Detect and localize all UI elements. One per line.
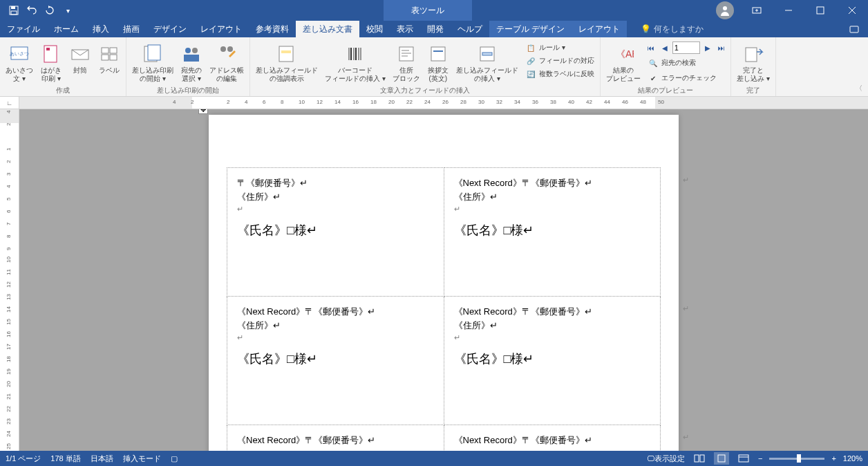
start-merge-button[interactable]: 差し込み印刷 の開始 ▾ [129, 41, 176, 84]
rules-button[interactable]: 📋ルール ▾ [522, 41, 597, 54]
finish-merge-button[interactable]: 完了と 差し込み ▾ [734, 41, 773, 84]
window-controls [716, 0, 868, 21]
svg-text:あいさつ: あいさつ [10, 51, 29, 57]
label-table: 〒《郵便番号》↵ 《住所》↵ ↵ 《氏名》□様↵ 《Next Record》〒《… [227, 167, 661, 451]
user-avatar[interactable] [716, 1, 734, 19]
svg-point-22 [192, 48, 198, 53]
zoom-out-button[interactable]: − [758, 454, 762, 463]
barcode-field-button[interactable]: バーコード フィールドの挿入 ▾ [322, 41, 388, 84]
qat-customize-button[interactable]: ▾ [59, 2, 76, 19]
horizontal-ruler[interactable]: 4224681012141618202224262830323436384042… [19, 97, 868, 109]
ribbon-group-fields: 差し込みフィールド の強調表示 バーコード フィールドの挿入 ▾ 住所 ブロック… [250, 37, 601, 96]
save-button[interactable] [6, 2, 22, 19]
tab-developer[interactable]: 開発 [420, 21, 451, 37]
first-record-button[interactable]: ⏮ [645, 41, 657, 54]
edit-recipients-button[interactable]: アドレス帳 の編集 [207, 41, 247, 84]
collapse-ribbon-button[interactable]: 〈 [856, 84, 862, 93]
zoom-in-button[interactable]: + [831, 454, 836, 463]
postcard-print-button[interactable]: はがき 印刷 ▾ [37, 41, 65, 84]
match-fields-button[interactable]: 🔗フィールドの対応 [522, 55, 597, 67]
display-settings[interactable]: 🖵表示設定 [647, 454, 685, 464]
preview-icon: 《ABC》 [612, 43, 634, 65]
quick-access-toolbar: ▾ [0, 2, 82, 19]
preview-results-button[interactable]: 《ABC》結果の プレビュー [603, 41, 643, 84]
rules-icon: 📋 [525, 42, 536, 53]
ribbon-group-finish: 完了と 差し込み ▾ 完了 [731, 37, 776, 96]
ribbon-group-preview: 《ABC》結果の プレビュー ⏮ ◀ ▶ ⏭ 🔍宛先の検索 ✔エラーのチェック … [601, 37, 731, 96]
svg-text:《ABC》: 《ABC》 [616, 48, 634, 59]
label-cell[interactable]: 《Next Record》〒《郵便番号》↵ 《住所》↵ ↵ 《氏名》□様↵ [227, 297, 444, 425]
tab-home[interactable]: ホーム [47, 21, 86, 37]
select-recipients-button[interactable]: 宛先の 選択 ▾ [178, 41, 205, 84]
insert-merge-field-button[interactable]: 差し込みフィールド の挿入 ▾ [453, 41, 521, 84]
language-indicator[interactable]: 日本語 [91, 454, 113, 464]
tab-table-layout[interactable]: レイアウト [572, 21, 627, 37]
maximize-button[interactable] [804, 0, 836, 21]
start-merge-icon [142, 43, 164, 65]
tab-design[interactable]: デザイン [147, 21, 194, 37]
web-layout-button[interactable] [736, 452, 751, 465]
label-cell[interactable]: 《Next Record》〒《郵便番号》↵ 《住所》↵ ↵ 《氏名》□様↵ [444, 168, 661, 297]
greeting-text-button[interactable]: あいさつあいさつ 文 ▾ [3, 41, 36, 84]
lightbulb-icon: 💡 [641, 24, 651, 34]
label-button[interactable]: ラベル [95, 41, 123, 76]
svg-rect-44 [695, 455, 699, 462]
minimize-button[interactable] [773, 0, 804, 21]
tell-me-search[interactable]: 💡 何をしますか [641, 24, 704, 35]
svg-rect-46 [718, 455, 725, 462]
label-cell[interactable]: 《Next Record》〒《郵便番号》↵ [227, 425, 444, 451]
label-cell[interactable]: 《Next Record》〒《郵便番号》↵ 《住所》↵ ↵ 《氏名》□様↵ [444, 297, 661, 425]
titlebar: ▾ 文書 1 - Word 表ツール [0, 0, 868, 21]
ruler-corner[interactable]: ∟ [0, 97, 19, 109]
tab-references[interactable]: 参考資料 [249, 21, 296, 37]
read-mode-button[interactable] [692, 452, 707, 465]
next-record-button[interactable]: ▶ [701, 41, 714, 54]
tab-help[interactable]: ヘルプ [451, 21, 489, 37]
table-move-handle[interactable]: ✥ [198, 109, 208, 114]
prev-record-button[interactable]: ◀ [659, 41, 671, 54]
zoom-level[interactable]: 120% [843, 454, 862, 463]
undo-button[interactable] [23, 2, 40, 19]
find-recipient-button[interactable]: 🔍宛先の検索 [645, 57, 728, 69]
envelope-button[interactable]: 封筒 [66, 41, 94, 76]
tab-view[interactable]: 表示 [390, 21, 420, 37]
group-label-finish: 完了 [734, 84, 773, 97]
greeting-line-button[interactable]: 挨拶文 (英文) [424, 41, 452, 84]
check-errors-button[interactable]: ✔エラーのチェック [645, 72, 728, 84]
record-number-input[interactable] [672, 41, 700, 54]
tab-mailings[interactable]: 差し込み文書 [296, 21, 359, 37]
insert-mode[interactable]: 挿入モード [123, 454, 161, 464]
address-block-button[interactable]: 住所 ブロック [390, 41, 423, 84]
tab-review[interactable]: 校閲 [359, 21, 390, 37]
tab-draw[interactable]: 描画 [116, 21, 147, 37]
vertical-ruler[interactable]: 4212345678910111213141516171819202122232… [0, 109, 19, 451]
share-button[interactable] [849, 24, 860, 34]
page-indicator[interactable]: 1/1 ページ [6, 454, 41, 464]
paragraph-mark: ↵ [683, 433, 689, 442]
label-cell[interactable]: 《Next Record》〒《郵便番号》↵ [444, 425, 661, 451]
tab-file[interactable]: ファイル [0, 21, 47, 37]
svg-rect-6 [817, 7, 824, 14]
search-icon: 🔍 [648, 57, 659, 68]
close-button[interactable] [836, 0, 868, 21]
word-count[interactable]: 178 単語 [50, 454, 80, 464]
update-labels-button[interactable]: 🔄複数ラベルに反映 [522, 68, 597, 80]
redo-button[interactable] [41, 2, 58, 19]
last-record-button[interactable]: ⏭ [715, 41, 728, 54]
ribbon-group-create: あいさつあいさつ 文 ▾ はがき 印刷 ▾ 封筒 ラベル 作成 [0, 37, 126, 96]
tab-table-design[interactable]: テーブル デザイン [489, 21, 572, 37]
highlight-fields-button[interactable]: 差し込みフィールド の強調表示 [253, 41, 321, 84]
document-canvas[interactable]: ✥ 〒《郵便番号》↵ 《住所》↵ ↵ 《氏名》□様↵ 《Next Record》… [19, 109, 868, 451]
envelope-icon [69, 43, 91, 65]
macro-recording-icon[interactable]: ▢ [171, 454, 178, 463]
ribbon-display-button[interactable] [741, 0, 773, 21]
match-icon: 🔗 [525, 55, 536, 66]
zoom-slider[interactable] [769, 458, 824, 460]
svg-rect-12 [44, 46, 57, 62]
svg-rect-9 [850, 26, 858, 32]
group-label-create: 作成 [3, 84, 123, 97]
print-layout-button[interactable] [714, 452, 729, 465]
label-cell[interactable]: 〒《郵便番号》↵ 《住所》↵ ↵ 《氏名》□様↵ [227, 168, 444, 297]
tab-insert[interactable]: 挿入 [86, 21, 116, 37]
tab-layout[interactable]: レイアウト [194, 21, 249, 37]
